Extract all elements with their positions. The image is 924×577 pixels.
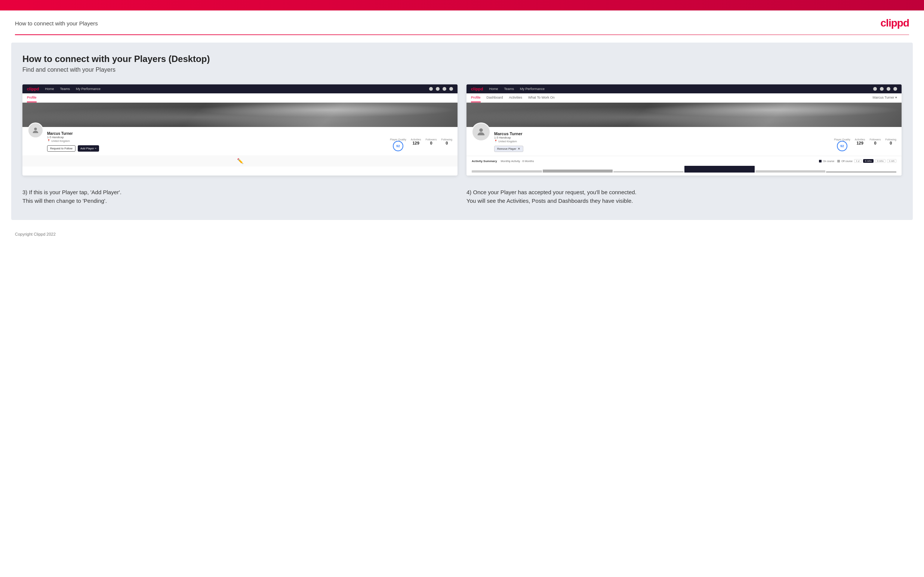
off-course-label: Off course: [842, 160, 853, 163]
add-player-button[interactable]: Add Player +: [78, 145, 99, 152]
settings-icon[interactable]: [443, 87, 446, 91]
right-player-name: Marcus Turner: [494, 131, 830, 136]
avatar-icon: [31, 126, 40, 134]
right-nav-home[interactable]: Home: [489, 87, 498, 91]
left-nav-home[interactable]: Home: [45, 87, 54, 91]
remove-player-label: Remove Player: [497, 147, 516, 150]
left-nav-logo: clippd: [27, 87, 39, 91]
activity-chart: [472, 165, 897, 172]
user-icon[interactable]: [436, 87, 439, 91]
left-following-stat: Following 0: [441, 138, 452, 145]
header-divider: [15, 34, 909, 35]
description-left-text: 3) If this is your Player tap, 'Add Play…: [23, 188, 457, 205]
left-player-avatar: [27, 122, 44, 138]
svg-point-0: [34, 128, 37, 131]
filter-1mth[interactable]: 1 mth: [887, 159, 897, 163]
right-activities-stat: Activities 129: [855, 138, 865, 145]
right-location-pin-icon: 📍: [494, 140, 498, 143]
remove-player-x-icon: ✕: [518, 147, 520, 150]
right-settings-icon[interactable]: [887, 87, 890, 91]
left-tab-bar: Profile: [23, 93, 457, 103]
chart-bar-2: [543, 169, 613, 172]
filter-1yr[interactable]: 1 yr: [854, 159, 862, 163]
left-profile-bottom: ✏️: [23, 155, 457, 166]
copyright-text: Copyright Clippd 2022: [15, 232, 56, 236]
screenshot-left: clippd Home Teams My Performance Profile: [23, 84, 457, 176]
svg-point-1: [479, 129, 483, 132]
left-activities-stat: Activities 129: [411, 138, 421, 145]
remove-player-button[interactable]: Remove Player ✕: [494, 146, 523, 152]
left-quality-circle: 92: [393, 141, 403, 151]
right-nav-icons: [873, 87, 897, 91]
right-followers-stat: Followers 0: [869, 138, 880, 145]
screenshots-row: clippd Home Teams My Performance Profile: [23, 84, 901, 176]
main-content: How to connect with your Players (Deskto…: [11, 43, 913, 220]
right-nav-teams[interactable]: Teams: [504, 87, 514, 91]
chart-bar-3: [613, 171, 684, 172]
right-handicap: 1-5 Handicap: [494, 136, 830, 139]
activity-summary: Activity Summary Monthly Activity · 6 Mo…: [467, 156, 901, 176]
globe-icon[interactable]: [449, 87, 453, 91]
top-bar: [0, 0, 924, 10]
screenshot-right: clippd Home Teams My Performance Profile…: [467, 84, 901, 176]
right-nav-performance[interactable]: My Performance: [520, 87, 544, 91]
edit-pencil-icon: ✏️: [237, 158, 243, 164]
left-followers-stat: Followers 0: [425, 138, 436, 145]
search-icon[interactable]: [429, 87, 433, 91]
filter-3mths[interactable]: 3 mths: [875, 159, 885, 163]
right-quality-stat: Player Quality 92: [834, 138, 850, 151]
right-tab-what-to-work-on[interactable]: What To Work On: [528, 93, 555, 102]
request-follow-button[interactable]: Request to Follow: [47, 145, 76, 152]
left-banner-overlay: [23, 103, 457, 127]
left-nav-icons: [429, 87, 453, 91]
left-location: 📍 United Kingdom: [47, 139, 386, 142]
left-nav-teams[interactable]: Teams: [60, 87, 70, 91]
header-title: How to connect with your Players: [15, 20, 98, 26]
right-tab-user-name[interactable]: Marcus Turner ▾: [872, 93, 897, 102]
right-following-stat: Following 0: [885, 138, 897, 145]
right-avatar-icon: [476, 127, 486, 137]
activity-filters: On course Off course 1 yr 6 mths 3 mths …: [819, 159, 897, 163]
page-subheading: Find and connect with your Players: [23, 66, 901, 73]
right-user-icon[interactable]: [880, 87, 884, 91]
activity-title: Activity Summary: [472, 160, 497, 163]
left-handicap: 1-5 Handicap: [47, 135, 386, 139]
filter-6mths[interactable]: 6 mths: [863, 159, 874, 163]
right-profile-content: Marcus Turner 1-5 Handicap 📍 United King…: [467, 127, 901, 156]
left-app-chrome: clippd Home Teams My Performance Profile: [23, 84, 457, 103]
right-banner-overlay: [467, 103, 901, 127]
logo: clippd: [880, 17, 909, 29]
footer: Copyright Clippd 2022: [0, 227, 924, 241]
activity-period: Monthly Activity · 6 Months: [501, 160, 534, 163]
off-course-dot: [837, 160, 840, 163]
left-profile-stats: Player Quality 92 Activities 129 Followe…: [390, 138, 452, 151]
left-profile-buttons: Request to Follow Add Player +: [47, 145, 386, 152]
right-tab-dashboard[interactable]: Dashboard: [487, 93, 503, 102]
page-heading: How to connect with your Players (Deskto…: [23, 54, 901, 64]
chart-bar-5: [755, 170, 826, 172]
chart-bar-1: [472, 170, 542, 172]
right-nav-logo: clippd: [471, 87, 483, 91]
right-search-icon[interactable]: [873, 87, 877, 91]
left-profile-banner: [23, 103, 457, 127]
location-pin-icon: 📍: [47, 139, 50, 142]
right-profile-banner: [467, 103, 901, 127]
on-course-label: On course: [823, 160, 834, 163]
right-tab-profile[interactable]: Profile: [471, 93, 481, 102]
right-player-avatar: [472, 122, 490, 141]
activity-summary-header: Activity Summary Monthly Activity · 6 Mo…: [472, 159, 897, 163]
left-quality-stat: Player Quality 92: [390, 138, 406, 151]
chart-bar-6: [826, 171, 897, 172]
right-nav: clippd Home Teams My Performance: [467, 84, 901, 93]
right-globe-icon[interactable]: [893, 87, 897, 91]
right-tab-bar: Profile Dashboard Activities What To Wor…: [467, 93, 901, 103]
on-course-dot: [819, 160, 822, 163]
description-left: 3) If this is your Player tap, 'Add Play…: [23, 184, 457, 205]
right-app-chrome: clippd Home Teams My Performance Profile…: [467, 84, 901, 103]
right-location: 📍 United Kingdom: [494, 140, 830, 143]
descriptions-row: 3) If this is your Player tap, 'Add Play…: [23, 184, 901, 205]
left-tab-profile[interactable]: Profile: [27, 93, 37, 102]
right-tab-activities[interactable]: Activities: [509, 93, 523, 102]
left-profile-content: Marcus Turner 1-5 Handicap 📍 United King…: [23, 127, 457, 155]
left-nav-performance[interactable]: My Performance: [76, 87, 100, 91]
